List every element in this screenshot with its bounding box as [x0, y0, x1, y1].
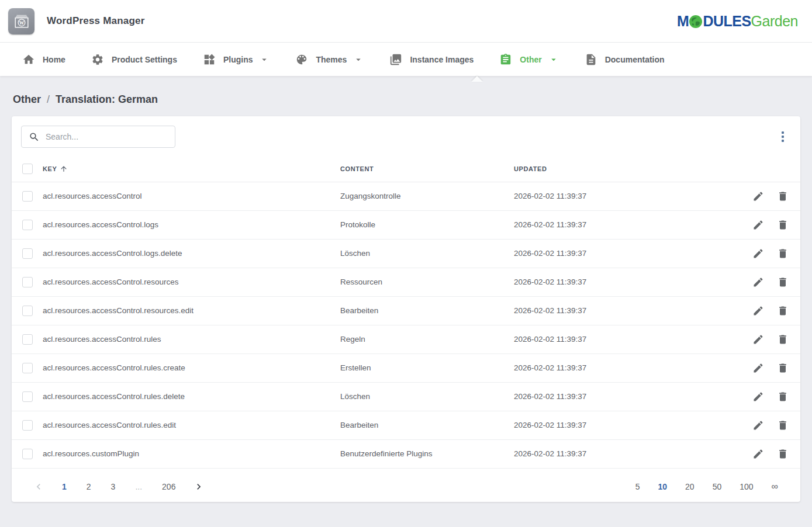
- row-checkbox[interactable]: [22, 449, 33, 459]
- edit-icon[interactable]: [750, 417, 766, 434]
- nav-item-other[interactable]: Other: [486, 43, 571, 76]
- nav-item-label: Themes: [316, 55, 347, 64]
- edit-icon[interactable]: [750, 188, 766, 204]
- edit-icon[interactable]: [750, 389, 766, 405]
- nav-item-label: Product Settings: [112, 55, 177, 64]
- row-content: Löschen: [340, 392, 370, 401]
- page-size-infinity-button[interactable]: ∞: [770, 480, 779, 493]
- delete-icon[interactable]: [775, 446, 791, 462]
- row-key: acl.resources.accessControl.logs.delete: [43, 249, 182, 258]
- delete-icon[interactable]: [775, 331, 791, 348]
- row-checkbox[interactable]: [22, 306, 33, 316]
- table-row: acl.resources.accessControl.rules.create…: [12, 353, 800, 382]
- row-updated: 2026-02-02 11:39:37: [514, 363, 586, 372]
- edit-icon[interactable]: [750, 331, 766, 348]
- page-button[interactable]: 1: [60, 481, 69, 493]
- delete-icon[interactable]: [775, 417, 791, 434]
- palette-icon: [295, 53, 308, 66]
- edit-icon[interactable]: [750, 360, 766, 376]
- breadcrumb-separator: /: [47, 93, 50, 106]
- widgets-icon: [203, 53, 216, 66]
- svg-text:W: W: [19, 20, 24, 26]
- active-nav-notch: [471, 76, 483, 82]
- page-size-button[interactable]: 100: [738, 481, 754, 493]
- column-header-content[interactable]: CONTENT: [340, 165, 374, 172]
- delete-icon[interactable]: [775, 217, 791, 233]
- breadcrumb: Other / Translation: German: [12, 76, 800, 106]
- row-checkbox[interactable]: [22, 391, 33, 402]
- page-size-button[interactable]: 5: [634, 481, 641, 493]
- nav-item-home[interactable]: Home: [9, 43, 78, 76]
- more-options-icon[interactable]: [778, 128, 787, 145]
- page-size-button[interactable]: 50: [711, 481, 723, 493]
- table-row: acl.resources.accessControl.rulesRegeln2…: [12, 325, 800, 353]
- row-key: acl.resources.accessControl.logs: [43, 220, 158, 229]
- modulesgarden-logo: M DULES Garden: [677, 13, 798, 30]
- wordpress-manager-logo-icon: W: [8, 8, 34, 34]
- row-key: acl.resources.accessControl.resources: [43, 278, 179, 286]
- row-checkbox[interactable]: [22, 277, 33, 287]
- row-checkbox[interactable]: [22, 420, 33, 431]
- nav-item-label: Plugins: [223, 55, 253, 64]
- delete-icon[interactable]: [775, 389, 791, 405]
- row-checkbox[interactable]: [22, 248, 33, 259]
- nav-item-product-settings[interactable]: Product Settings: [78, 43, 190, 76]
- search-input[interactable]: [46, 132, 168, 141]
- delete-icon[interactable]: [775, 274, 791, 290]
- page-button[interactable]: 206: [160, 481, 178, 493]
- brand-text-garden: Garden: [751, 13, 798, 30]
- row-checkbox[interactable]: [22, 363, 33, 373]
- edit-icon[interactable]: [750, 446, 766, 462]
- row-key: acl.resources.accessControl.rules: [43, 335, 161, 344]
- edit-icon[interactable]: [750, 245, 766, 262]
- main-navigation: Home Product Settings Plugins Themes Ins…: [0, 43, 812, 76]
- row-updated: 2026-02-02 11:39:37: [514, 192, 586, 200]
- column-header-updated[interactable]: UPDATED: [514, 165, 547, 172]
- table-row: acl.resources.accessControlZugangskontro…: [12, 182, 800, 210]
- row-key: acl.resources.customPlugin: [43, 449, 139, 458]
- page-size-selector: 5 10 20 50 100 ∞: [634, 480, 779, 493]
- row-updated: 2026-02-02 11:39:37: [514, 421, 586, 429]
- row-updated: 2026-02-02 11:39:37: [514, 306, 586, 315]
- delete-icon[interactable]: [775, 188, 791, 204]
- column-header-key[interactable]: KEY: [43, 165, 57, 172]
- nav-item-instance-images[interactable]: Instance Images: [376, 43, 486, 76]
- search-icon: [29, 131, 40, 143]
- row-content: Bearbeiten: [340, 306, 378, 315]
- content-area: Other / Translation: German KEY: [0, 76, 812, 502]
- nav-item-label: Documentation: [605, 55, 665, 64]
- nav-item-themes[interactable]: Themes: [282, 43, 376, 76]
- row-updated: 2026-02-02 11:39:37: [514, 249, 586, 258]
- row-checkbox[interactable]: [22, 220, 33, 230]
- breadcrumb-page: Translation: German: [56, 93, 158, 106]
- delete-icon[interactable]: [775, 360, 791, 376]
- row-checkbox[interactable]: [22, 191, 33, 202]
- row-updated: 2026-02-02 11:39:37: [514, 335, 586, 344]
- row-updated: 2026-02-02 11:39:37: [514, 220, 586, 229]
- home-icon: [22, 53, 35, 66]
- table-row: acl.resources.customPluginBenutzerdefini…: [12, 439, 800, 468]
- nav-item-plugins[interactable]: Plugins: [190, 43, 283, 76]
- clipboard-icon: [499, 53, 512, 66]
- gear-icon: [91, 53, 104, 66]
- edit-icon[interactable]: [750, 274, 766, 290]
- delete-icon[interactable]: [775, 303, 791, 319]
- page-button[interactable]: 3: [109, 481, 118, 493]
- page-size-button[interactable]: 10: [657, 481, 669, 493]
- chevron-right-icon[interactable]: [193, 481, 205, 493]
- edit-icon[interactable]: [750, 303, 766, 319]
- table-row: acl.resources.accessControl.rules.editBe…: [12, 411, 800, 439]
- chevron-down-icon: [548, 54, 559, 65]
- row-content: Löschen: [340, 249, 370, 258]
- delete-icon[interactable]: [775, 245, 791, 262]
- breadcrumb-section: Other: [13, 93, 41, 106]
- chevron-left-icon[interactable]: [33, 481, 44, 493]
- sort-ascending-icon[interactable]: [60, 165, 68, 173]
- photo-library-icon: [389, 53, 402, 66]
- edit-icon[interactable]: [750, 217, 766, 233]
- nav-item-documentation[interactable]: Documentation: [572, 43, 678, 76]
- page-size-button[interactable]: 20: [684, 481, 696, 493]
- page-button[interactable]: 2: [84, 481, 94, 493]
- select-all-checkbox[interactable]: [22, 164, 33, 174]
- row-checkbox[interactable]: [22, 334, 33, 345]
